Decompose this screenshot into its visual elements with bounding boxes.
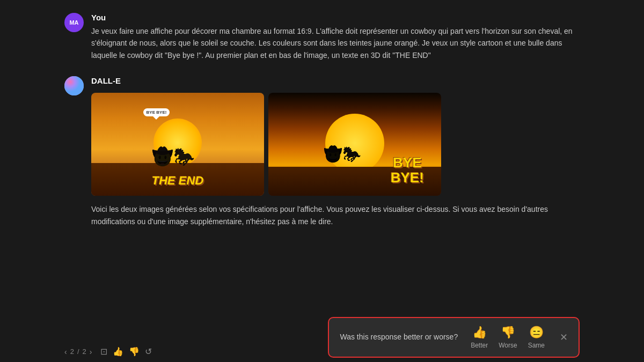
- thumbup-feedback-icon: 👍: [472, 326, 487, 339]
- thumbup-icon[interactable]: 👍: [113, 346, 123, 357]
- page-total: 2: [83, 348, 86, 356]
- prev-arrow[interactable]: ‹: [64, 348, 67, 356]
- dalle-message-row: DALL-E BYE BYE! 🤠🐎 THE END: [64, 76, 580, 227]
- action-icons-row: ⊡ 👍 👎 ↺: [100, 346, 152, 357]
- user-message-text: Je veux faire une affiche pour décorer m…: [91, 25, 580, 61]
- user-avatar: MA: [64, 13, 84, 32]
- refresh-icon[interactable]: ↺: [145, 346, 152, 357]
- feedback-close-button[interactable]: ✕: [560, 331, 568, 343]
- feedback-popup: Was this response better or worse? 👍 Bet…: [328, 317, 580, 358]
- feedback-worse-option[interactable]: 👎 Worse: [499, 326, 517, 349]
- feedback-better-option[interactable]: 👍 Better: [471, 326, 488, 349]
- feedback-worse-label: Worse: [499, 342, 517, 349]
- dalle-message-content: DALL-E BYE BYE! 🤠🐎 THE END: [91, 76, 580, 227]
- next-arrow[interactable]: ›: [90, 348, 92, 356]
- sun-right: [325, 114, 384, 173]
- generated-image-right[interactable]: 🤠🐎 BYEBYE!: [268, 93, 441, 196]
- user-message-content: You Je veux faire une affiche pour décor…: [91, 13, 580, 61]
- dalle-avatar-icon: [64, 76, 84, 95]
- generated-image-left[interactable]: BYE BYE! 🤠🐎 THE END: [91, 93, 264, 196]
- svg-point-0: [64, 76, 84, 95]
- feedback-same-option[interactable]: 😑 Same: [528, 326, 545, 349]
- cowboy-right: 🤠🐎: [324, 145, 361, 163]
- chat-container: MA You Je veux faire une affiche pour dé…: [0, 0, 644, 341]
- dalle-avatar: [64, 76, 84, 95]
- generated-images-row: BYE BYE! 🤠🐎 THE END 🤠🐎 BYEBYE!: [91, 93, 580, 196]
- cowboy-left: 🤠🐎: [152, 146, 195, 167]
- feedback-options: 👍 Better 👎 Worse 😑 Same: [471, 326, 545, 349]
- bottom-bar: ‹ 2 / 2 › ⊡ 👍 👎 ↺ Was this response bett…: [0, 341, 644, 362]
- feedback-better-label: Better: [471, 342, 488, 349]
- end-text-left: THE END: [152, 174, 204, 188]
- thumbdown-icon[interactable]: 👎: [129, 346, 140, 357]
- dalle-response-text: Voici les deux images générées selon vos…: [91, 203, 580, 227]
- user-message-row: MA You Je veux faire une affiche pour dé…: [64, 13, 580, 61]
- page-current: 2: [70, 348, 74, 356]
- speech-bubble-left: BYE BYE!: [143, 108, 170, 116]
- feedback-same-label: Same: [528, 342, 545, 349]
- bye-text-right: BYEBYE!: [391, 155, 424, 186]
- thumbdown-feedback-icon: 👎: [501, 326, 515, 339]
- user-name: You: [91, 13, 580, 22]
- feedback-question-text: Was this response better or worse?: [340, 332, 458, 343]
- copy-icon[interactable]: ⊡: [100, 346, 107, 357]
- dalle-name: DALL-E: [91, 76, 580, 85]
- same-feedback-icon: 😑: [529, 326, 544, 339]
- page-separator: /: [77, 348, 79, 356]
- pagination: ‹ 2 / 2 ›: [64, 348, 92, 356]
